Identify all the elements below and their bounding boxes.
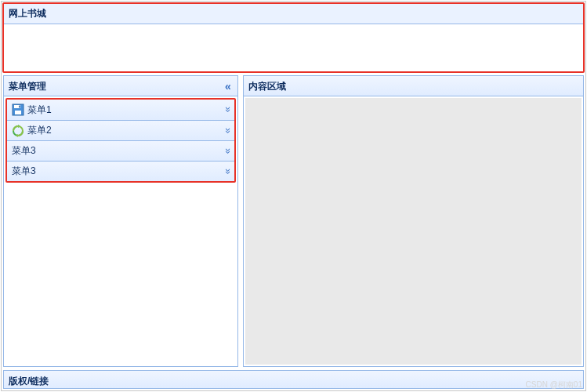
sidebar-title: 菜单管理 <box>9 81 46 92</box>
accordion-item-1[interactable]: 菜单1 <box>7 100 234 120</box>
accordion-item-3[interactable]: 菜单3 <box>7 140 234 161</box>
accordion-item-4[interactable]: 菜单3 <box>7 161 234 181</box>
chevron-down-icon[interactable] <box>226 103 231 115</box>
content-title: 内容区域 <box>248 81 286 92</box>
sidebar-header: 菜单管理 <box>4 76 237 96</box>
content-header: 内容区域 <box>244 76 583 96</box>
save-icon <box>12 103 24 116</box>
sidebar-panel: 菜单管理 菜单1 菜单2 <box>3 75 238 367</box>
main-row: 菜单管理 菜单1 菜单2 <box>3 75 584 367</box>
chevron-down-icon[interactable] <box>226 125 231 136</box>
svg-rect-3 <box>19 106 20 108</box>
chevron-down-icon[interactable] <box>226 165 231 177</box>
header-title: 网上书城 <box>4 4 583 24</box>
app-window: 网上书城 菜单管理 菜单1 <box>1 1 586 391</box>
content-body <box>245 98 582 365</box>
chevron-down-icon[interactable] <box>226 145 231 157</box>
svg-rect-2 <box>15 111 21 114</box>
content-panel: 内容区域 <box>243 75 584 367</box>
watermark: CSDN @柯南01 <box>526 379 582 390</box>
footer-title: 版权/链接 <box>9 376 49 387</box>
refresh-icon <box>12 125 24 137</box>
footer-panel: 版权/链接 <box>3 370 584 389</box>
accordion-label: 菜单3 <box>12 165 36 178</box>
accordion-label: 菜单3 <box>12 144 36 158</box>
header-panel: 网上书城 <box>2 2 585 73</box>
footer-header: 版权/链接 <box>4 371 583 388</box>
sidebar-body <box>4 184 237 366</box>
accordion-label: 菜单2 <box>27 124 52 137</box>
accordion: 菜单1 菜单2 菜单3 菜单3 <box>5 98 236 183</box>
collapse-left-icon[interactable] <box>222 80 234 93</box>
accordion-item-2[interactable]: 菜单2 <box>7 120 234 140</box>
accordion-label: 菜单1 <box>27 103 52 117</box>
